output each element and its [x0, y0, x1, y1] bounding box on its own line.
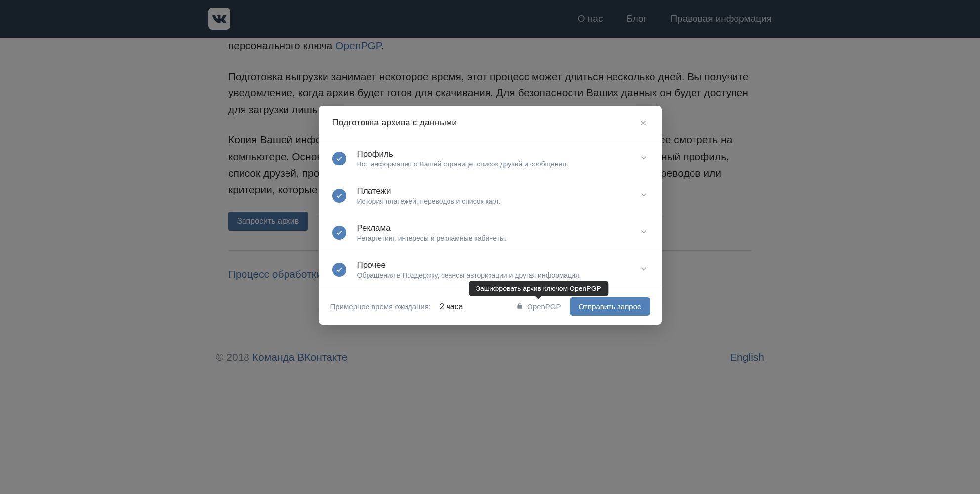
chevron-down-icon[interactable]	[639, 190, 648, 201]
openpgp-label: OpenPGP	[527, 302, 561, 311]
category-desc: Обращения в Поддержку, сеансы авторизаци…	[357, 271, 628, 279]
category-title: Реклама	[357, 223, 628, 233]
category-desc: Ретаргетинг, интересы и рекламные кабине…	[357, 234, 628, 242]
category-title: Прочее	[357, 260, 628, 270]
category-text: Платежи История платежей, переводов и сп…	[357, 186, 628, 205]
category-text: Профиль Вся информация о Вашей странице,…	[357, 149, 628, 168]
modal-footer: Примерное время ожидания: 2 часа Зашифро…	[319, 288, 662, 325]
check-icon	[332, 152, 346, 165]
modal-header: Подготовка архива с данными	[319, 106, 662, 140]
category-ads[interactable]: Реклама Ретаргетинг, интересы и рекламны…	[319, 214, 662, 251]
check-icon	[332, 226, 346, 240]
category-profile[interactable]: Профиль Вся информация о Вашей странице,…	[319, 140, 662, 177]
submit-request-button[interactable]: Отправить запрос	[570, 297, 650, 316]
category-text: Реклама Ретаргетинг, интересы и рекламны…	[357, 223, 628, 242]
category-title: Платежи	[357, 186, 628, 196]
category-payments[interactable]: Платежи История платежей, переводов и сп…	[319, 177, 662, 214]
wait-label: Примерное время ожидания:	[330, 302, 431, 311]
openpgp-option[interactable]: Зашифровать архив ключом OpenPGP OpenPGP	[516, 302, 561, 311]
chevron-down-icon[interactable]	[639, 153, 648, 164]
category-text: Прочее Обращения в Поддержку, сеансы авт…	[357, 260, 628, 279]
modal-title: Подготовка архива с данными	[332, 118, 457, 128]
check-icon	[332, 189, 346, 203]
tooltip: Зашифровать архив ключом OpenPGP	[469, 281, 608, 296]
unlock-icon	[516, 302, 523, 311]
chevron-down-icon[interactable]	[639, 264, 648, 275]
archive-modal: Подготовка архива с данными Профиль Вся …	[319, 106, 662, 325]
category-desc: Вся информация о Вашей странице, список …	[357, 160, 628, 168]
category-desc: История платежей, переводов и список кар…	[357, 197, 628, 205]
category-title: Профиль	[357, 149, 628, 159]
chevron-down-icon[interactable]	[639, 227, 648, 238]
modal-overlay[interactable]: Подготовка архива с данными Профиль Вся …	[0, 0, 980, 378]
close-icon[interactable]	[638, 118, 648, 128]
wait-value: 2 часа	[440, 302, 463, 311]
check-icon	[332, 263, 346, 277]
